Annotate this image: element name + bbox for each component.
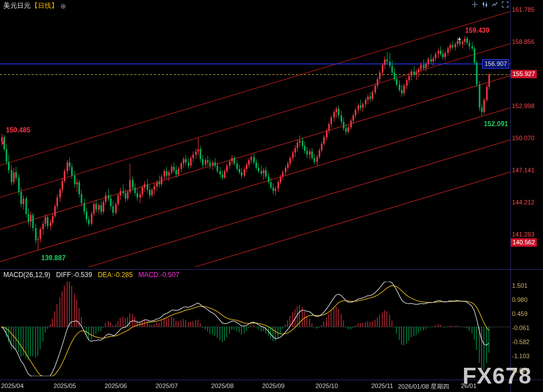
candlestick-chart-icon[interactable]	[481, 1, 489, 8]
watermark: FX678	[462, 363, 532, 389]
x-axis-label: 2025/10	[316, 382, 338, 389]
chart-header: 美元日元 【日线】 ⊕	[3, 1, 66, 11]
fx678-chart-app: { "header": {"symbol": "美元日元", "period":…	[0, 0, 543, 392]
macd-axis-label: 0.980	[512, 296, 528, 303]
macd-axis-label: 1.501	[512, 282, 528, 289]
annotation-apr-high-label: 150.485	[6, 126, 30, 134]
annotation-anchor-plus-marker: +	[458, 35, 461, 42]
annotation-anchor-arrow-marker: ►	[2, 140, 6, 145]
annotation-swing-high-label: 159.439	[465, 26, 489, 34]
price-chart-canvas[interactable]	[0, 0, 543, 392]
price-axis-label: 150.070	[512, 135, 535, 141]
crosshair-icon[interactable]	[471, 1, 479, 8]
x-axis-label: 2025/11	[371, 382, 393, 389]
alert-price-label-blue[interactable]: 156.907	[482, 59, 509, 69]
macd-macd-value: MACD:-0.507	[138, 271, 179, 279]
price-axis-label: 141.283	[512, 231, 535, 238]
x-axis-label: 2025/08	[211, 382, 234, 389]
x-axis-label: 2025/04	[1, 382, 24, 389]
price-axis-label: 158.856	[512, 38, 535, 45]
alert-price-label-low: 140.562	[511, 238, 537, 247]
macd-axis-label: -1.103	[512, 353, 529, 359]
x-axis-label: 2025/05	[54, 382, 76, 389]
macd-axis-label: -0.061	[512, 324, 529, 331]
add-indicator-icon[interactable]: ⊕	[60, 2, 66, 10]
current-price-label: 155.927	[511, 70, 537, 78]
macd-axis-label: -0.582	[512, 338, 529, 345]
price-axis-label: 144.212	[512, 199, 535, 206]
x-axis-label: 2025/06	[104, 382, 127, 389]
x-axis-label: 2025/07	[156, 382, 178, 389]
macd-diff-value: DIFF:-0.539	[56, 271, 92, 279]
period-label[interactable]: 【日线】	[31, 1, 58, 11]
annotation-apr-low-label: 139.887	[41, 254, 65, 262]
annotation-jan-low-label: 152.091	[484, 120, 508, 128]
price-axis-label: 147.141	[512, 167, 535, 173]
chart-toolbar	[471, 1, 509, 8]
macd-axis-label: 0.459	[512, 310, 528, 317]
line-chart-icon[interactable]	[491, 1, 499, 8]
price-axis-label: 161.785	[512, 6, 535, 13]
macd-dea-value: DEA:-0.285	[98, 271, 133, 279]
macd-header: MACD(26,12,9) DIFF:-0.539 DEA:-0.285 MAC…	[3, 271, 179, 279]
macd-params-label: MACD(26,12,9)	[3, 271, 50, 279]
x-axis-label: 2026/01/08 星期四	[398, 382, 449, 391]
symbol-title: 美元日元	[3, 1, 30, 11]
price-axis-label: 152.998	[512, 103, 535, 109]
x-axis-label: 2025/09	[262, 382, 285, 389]
fullscreen-icon[interactable]	[501, 1, 509, 8]
